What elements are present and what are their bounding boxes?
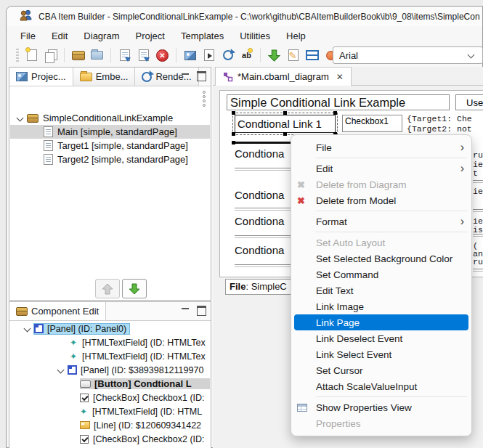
- titlebar: CBA Item Builder - SimpleConditionalLink…: [7, 7, 482, 26]
- conditional-link-1-button[interactable]: Condtional Link 1: [235, 115, 336, 133]
- layout-button[interactable]: [304, 47, 320, 63]
- save-icon: [120, 49, 130, 61]
- menu-utilities[interactable]: Utilities: [232, 29, 278, 43]
- tab-label: Component Edit: [31, 306, 99, 317]
- save-all-button[interactable]: [136, 47, 151, 63]
- font-selector[interactable]: Arial: [333, 46, 483, 64]
- tree-item-panel0[interactable]: [Panel] (ID: Panel0): [10, 322, 210, 335]
- tree-item-root[interactable]: SimpleConditionalLinkExample: [10, 111, 210, 125]
- tree-item-label: [Button] Condtional L: [94, 378, 192, 389]
- maximize-view-button[interactable]: [196, 71, 207, 81]
- chevron-down-icon[interactable]: [23, 325, 32, 333]
- app-users-icon: [20, 9, 33, 24]
- rename-button[interactable]: ab: [239, 47, 254, 63]
- tab-project-view[interactable]: Projec...: [9, 68, 73, 86]
- ctx-attach-scalevalueinput[interactable]: Attach ScaleValueInput: [291, 378, 471, 394]
- checkbox1-element[interactable]: Checkbox1: [342, 115, 402, 132]
- editor-tabstrip: *Main.cbaml_diagram ✕: [213, 67, 483, 86]
- copy-item-button[interactable]: [43, 47, 58, 63]
- submenu-arrow-icon: [457, 215, 464, 228]
- checkbox-icon: [80, 435, 89, 444]
- chevron-down-icon[interactable]: [57, 366, 65, 375]
- ctx-link-deselect-event[interactable]: Link Deselect Event: [291, 330, 471, 346]
- conditional-link-2-button[interactable]: Condtiona: [235, 147, 284, 160]
- tree-item-main[interactable]: Main [simple, standardPage]: [10, 125, 210, 139]
- component-tree: [Panel] (ID: Panel0) ✦ [HTMLTextField] (…: [10, 322, 210, 448]
- minimize-view-button[interactable]: [179, 306, 190, 316]
- project-tree: SimpleConditionalLinkExample Main [simpl…: [10, 111, 210, 166]
- tab-embedded[interactable]: Embe...: [73, 68, 136, 86]
- copy-icon: [45, 49, 57, 62]
- tab-component-edit[interactable]: Component Edit: [9, 302, 106, 320]
- save-button[interactable]: [117, 47, 132, 63]
- ctx-link-image[interactable]: Link Image: [291, 298, 471, 314]
- stop-button[interactable]: ✕: [155, 47, 170, 63]
- close-tab-icon[interactable]: ✕: [336, 72, 344, 82]
- tree-item-label: [HTMLTextField] (ID: HTML: [92, 407, 202, 417]
- tree-item-label: Target1 [simple, standardPage]: [57, 140, 188, 151]
- selection-handle[interactable]: [283, 111, 287, 115]
- properties-table-icon: [297, 404, 307, 412]
- open-project-button[interactable]: [70, 47, 86, 63]
- edit-text-button[interactable]: [285, 47, 301, 63]
- chevron-down-icon[interactable]: [16, 114, 25, 123]
- menu-diagram[interactable]: Diagram: [76, 29, 127, 43]
- selection-handle[interactable]: [283, 132, 287, 136]
- refresh-button[interactable]: [220, 47, 235, 63]
- tree-item-button-condtional-1[interactable]: [Button] Condtional L: [10, 377, 210, 391]
- view-menu-handle[interactable]: [203, 91, 206, 107]
- selection-handle[interactable]: [232, 141, 235, 144]
- ctx-set-command[interactable]: Set Command: [291, 266, 471, 282]
- ctx-edit[interactable]: Edit: [291, 160, 471, 176]
- component-edit-panel: Component Edit [Panel] (ID: Panel0) ✦ [H…: [9, 301, 211, 448]
- minimize-view-button[interactable]: [179, 71, 190, 81]
- ctx-delete-from-model[interactable]: ✖Delete from Model: [291, 192, 471, 208]
- maximize-view-button[interactable]: [196, 306, 207, 316]
- line-icon: [80, 421, 90, 429]
- tab-main-diagram[interactable]: *Main.cbaml_diagram ✕: [215, 67, 352, 86]
- refresh-icon: [223, 50, 233, 60]
- embedded-folder-icon: [80, 73, 92, 81]
- tree-item-target1[interactable]: Target1 [simple, standardPage]: [10, 139, 210, 152]
- ctx-file[interactable]: File: [291, 139, 471, 155]
- up-arrow-icon: [102, 283, 113, 295]
- conditional-link-5-button[interactable]: Condtiona: [235, 244, 284, 256]
- selection-handle[interactable]: [333, 111, 337, 115]
- move-up-button[interactable]: [95, 279, 120, 298]
- new-item-button[interactable]: [24, 47, 39, 63]
- selection-handle[interactable]: [232, 132, 235, 136]
- run-button[interactable]: [201, 47, 216, 63]
- conditional-link-4-button[interactable]: Condtiona: [235, 215, 284, 227]
- tree-item-panel-inner[interactable]: [Panel] (ID: $38939812119970: [10, 363, 210, 377]
- ctx-edit-text[interactable]: Edit Text: [291, 282, 471, 298]
- tree-item-target2[interactable]: Target2 [simple, standardPage]: [10, 152, 210, 166]
- menu-edit[interactable]: Edit: [44, 29, 76, 43]
- panel-icon: [68, 365, 77, 375]
- menu-help[interactable]: Help: [278, 29, 314, 43]
- open-folder-button[interactable]: [89, 47, 105, 63]
- import-button[interactable]: [267, 47, 282, 63]
- tree-item-line[interactable]: [Line] (ID: $120609341422: [10, 418, 210, 432]
- ctx-set-selected-background-color[interactable]: Set Selected Background Color: [291, 251, 471, 266]
- tree-item-htmltextfield3[interactable]: ✦ [HTMLTextField] (ID: HTML: [10, 404, 210, 418]
- selection-handle[interactable]: [232, 111, 235, 115]
- ctx-link-select-event[interactable]: Link Select Event: [291, 346, 471, 362]
- ctx-format[interactable]: Format: [291, 213, 471, 229]
- preview-button[interactable]: [182, 47, 198, 63]
- menu-templates[interactable]: Templates: [173, 29, 232, 43]
- conditional-link-3-button[interactable]: Condtiona: [235, 189, 284, 201]
- menu-file[interactable]: File: [12, 29, 44, 43]
- ctx-show-properties-view[interactable]: Show Properties View: [291, 399, 471, 415]
- canvas-title-textfield[interactable]: Simple Conditional Link Example: [227, 94, 450, 110]
- ctx-set-cursor[interactable]: Set Cursor: [291, 362, 471, 378]
- tree-item-checkbox1[interactable]: [CheckBox] Checkbox1 (ID:: [10, 391, 210, 404]
- tree-item-htmltextfield2[interactable]: ✦ [HTMLTextField] (ID: HTMLTex: [10, 349, 210, 363]
- submenu-arrow-icon: [457, 141, 464, 154]
- tree-item-htmltextfield1[interactable]: ✦ [HTMLTextField] (ID: HTMLTex: [10, 335, 210, 349]
- menu-project[interactable]: Project: [127, 29, 172, 43]
- tree-item-checkbox2[interactable]: [CheckBox] Checkbox2 (ID:: [10, 432, 210, 446]
- canvas-use-textfield[interactable]: Use: [455, 94, 483, 110]
- component-panel-tabs: Component Edit: [9, 302, 211, 321]
- ctx-link-page[interactable]: Link Page: [294, 314, 468, 330]
- move-down-button[interactable]: [122, 279, 147, 298]
